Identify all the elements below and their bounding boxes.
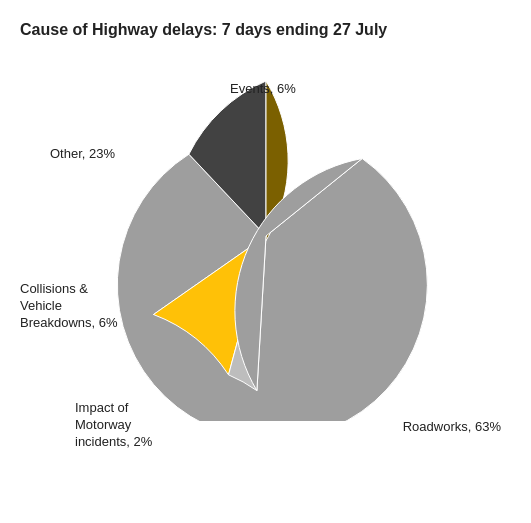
label-other: Other, 23%	[50, 146, 115, 163]
label-collisions: Collisions &VehicleBreakdowns, 6%	[20, 281, 118, 332]
chart-title: Cause of Highway delays: 7 days ending 2…	[20, 20, 511, 41]
label-events: Events, 6%	[230, 81, 296, 98]
pie-area: Roadworks, 63% Events, 6% Other, 23% Col…	[20, 51, 511, 491]
chart-container: Cause of Highway delays: 7 days ending 2…	[0, 0, 531, 523]
label-motorway: Impact ofMotorwayincidents, 2%	[75, 400, 152, 451]
pie-chart	[81, 51, 451, 421]
label-roadworks: Roadworks, 63%	[403, 419, 501, 436]
